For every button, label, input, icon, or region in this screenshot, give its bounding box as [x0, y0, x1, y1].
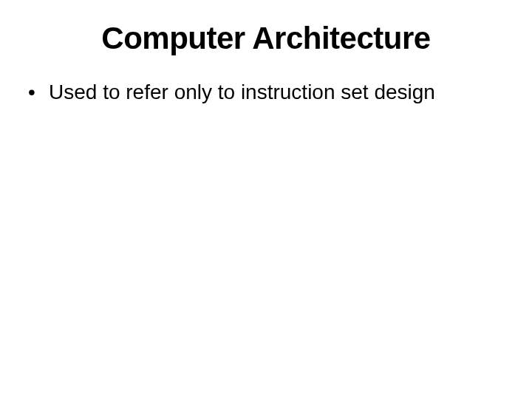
bullet-item: Used to refer only to instruction set de… — [28, 78, 510, 106]
bullet-list: Used to refer only to instruction set de… — [22, 78, 510, 106]
slide-container: Computer Architecture Used to refer only… — [0, 0, 532, 399]
slide-title: Computer Architecture — [22, 21, 510, 56]
